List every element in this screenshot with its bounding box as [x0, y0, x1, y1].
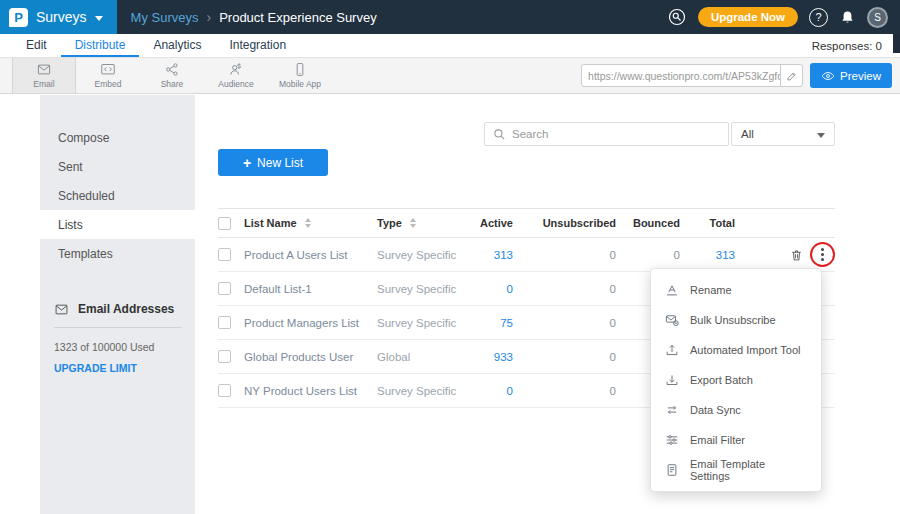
menu-item-email-filter[interactable]: Email Filter: [651, 425, 821, 455]
list-type-filter-dropdown[interactable]: All: [731, 122, 835, 146]
questionpro-logo: P: [9, 8, 28, 27]
tool-share[interactable]: Share: [140, 58, 204, 93]
plus-icon: +: [243, 155, 251, 171]
tab-integration[interactable]: Integration: [215, 34, 300, 57]
unsubscribed-count: 0: [515, 317, 618, 329]
sort-icon[interactable]: [410, 218, 416, 228]
notifications-bell-icon[interactable]: [839, 9, 856, 26]
envelope-icon: [54, 303, 69, 316]
header-total: Total: [682, 217, 737, 229]
active-count[interactable]: 0: [470, 283, 515, 295]
row-checkbox[interactable]: [218, 282, 231, 295]
row-more-options-icon[interactable]: [821, 248, 824, 261]
list-filter-row: All: [195, 122, 835, 146]
row-checkbox[interactable]: [218, 316, 231, 329]
rename-icon: [665, 283, 679, 297]
upgrade-limit-link[interactable]: UPGRADE LIMIT: [54, 362, 181, 374]
tool-share-label: Share: [161, 79, 184, 89]
topbar-actions: Upgrade Now ? S: [667, 7, 900, 28]
sidebar-item-lists[interactable]: Lists: [40, 210, 195, 239]
active-count[interactable]: 313: [470, 249, 515, 261]
sidebar-item-scheduled[interactable]: Scheduled: [40, 181, 195, 210]
eye-icon: [821, 69, 835, 83]
row-checkbox[interactable]: [218, 350, 231, 363]
header-list-name[interactable]: List Name: [244, 217, 377, 229]
list-search-input[interactable]: [512, 128, 720, 140]
menu-item-label: Rename: [690, 284, 732, 296]
new-list-button[interactable]: + New List: [218, 149, 328, 176]
page-title: Product Experience Survey: [219, 10, 377, 25]
avatar[interactable]: S: [867, 7, 888, 28]
tab-edit[interactable]: Edit: [12, 34, 61, 57]
active-count[interactable]: 0: [470, 385, 515, 397]
survey-url-field[interactable]: https://www.questionpro.com/t/AP53kZgfo: [581, 64, 803, 87]
row-checkbox[interactable]: [218, 248, 231, 261]
preview-button[interactable]: Preview: [810, 63, 892, 88]
menu-item-label: Automated Import Tool: [690, 344, 800, 356]
survey-url-value: https://www.questionpro.com/t/AP53kZgfo: [582, 65, 780, 86]
sidebar-item-compose[interactable]: Compose: [40, 123, 195, 152]
delete-list-icon[interactable]: [790, 248, 803, 262]
sort-icon[interactable]: [305, 218, 311, 228]
tool-embed-label: Embed: [95, 79, 122, 89]
active-count[interactable]: 75: [470, 317, 515, 329]
preview-button-label: Preview: [840, 70, 881, 82]
row-checkbox[interactable]: [218, 384, 231, 397]
table-row: Product A Users List Survey Specific 313…: [218, 238, 835, 272]
sidebar-item-sent[interactable]: Sent: [40, 152, 195, 181]
responses-count: Responses: 0: [812, 34, 900, 57]
tool-email[interactable]: Email: [12, 58, 76, 93]
tool-audience[interactable]: Audience: [204, 58, 268, 93]
list-type-cell: Survey Specific: [377, 283, 470, 295]
menu-item-label: Export Batch: [690, 374, 753, 386]
search-icon: [493, 128, 506, 141]
email-addresses-section: Email Addresses 1323 of 100000 Used UPGR…: [40, 302, 195, 374]
list-name-cell[interactable]: Default List-1: [244, 283, 377, 295]
list-name-cell[interactable]: Product A Users List: [244, 249, 377, 261]
email-usage-text: 1323 of 100000 Used: [54, 341, 181, 353]
menu-item-bulk-unsubscribe[interactable]: Bulk Unsubscribe: [651, 305, 821, 335]
list-name-cell[interactable]: Product Managers List: [244, 317, 377, 329]
surveys-menu[interactable]: P Surveys: [0, 0, 117, 34]
header-list-name-label: List Name: [244, 217, 297, 229]
sidebar-item-templates[interactable]: Templates: [40, 239, 195, 268]
survey-url-group: https://www.questionpro.com/t/AP53kZgfo …: [581, 58, 900, 93]
tab-analytics[interactable]: Analytics: [139, 34, 215, 57]
tool-mobile-app[interactable]: Mobile App: [268, 58, 332, 93]
chevron-down-icon: [817, 133, 825, 138]
menu-item-rename[interactable]: Rename: [651, 275, 821, 305]
menu-item-export-batch[interactable]: Export Batch: [651, 365, 821, 395]
main-area: Compose Sent Scheduled Lists Templates E…: [0, 95, 900, 514]
mobile-app-icon: [292, 62, 308, 77]
header-bounced: Bounced: [618, 217, 682, 229]
active-count[interactable]: 933: [470, 351, 515, 363]
breadcrumb-my-surveys[interactable]: My Surveys: [131, 10, 199, 25]
upgrade-now-button[interactable]: Upgrade Now: [698, 7, 798, 27]
email-filter-icon: [665, 433, 679, 447]
scrollbar-thumb[interactable]: [893, 34, 900, 53]
top-bar: P Surveys My Surveys › Product Experienc…: [0, 0, 900, 34]
list-search-box[interactable]: [484, 122, 729, 146]
email-template-settings-icon: [665, 463, 679, 477]
menu-item-data-sync[interactable]: Data Sync: [651, 395, 821, 425]
breadcrumb-separator: ›: [206, 9, 211, 25]
edit-url-icon[interactable]: [780, 65, 802, 86]
list-name-cell[interactable]: Global Products User: [244, 351, 377, 363]
header-type[interactable]: Type: [377, 217, 470, 229]
distribute-toolbar: Email Embed Share Audience Mobile App ht…: [0, 58, 900, 94]
survey-nav: Edit Distribute Analytics Integration Re…: [0, 34, 900, 58]
search-icon[interactable]: [667, 7, 687, 27]
select-all-checkbox[interactable]: [218, 217, 231, 230]
help-button[interactable]: ?: [809, 8, 828, 27]
list-type-cell: Survey Specific: [377, 249, 470, 261]
export-batch-icon: [665, 373, 679, 387]
menu-item-automated-import-tool[interactable]: Automated Import Tool: [651, 335, 821, 365]
surveys-menu-label: Surveys: [36, 9, 87, 25]
lists-panel: All + New List List Name Type Active Uns: [195, 95, 900, 514]
audience-icon: [228, 62, 244, 77]
list-name-cell[interactable]: NY Product Users List: [244, 385, 377, 397]
menu-item-email-template-settings[interactable]: Email Template Settings: [651, 455, 821, 485]
total-count[interactable]: 313: [682, 249, 737, 261]
tab-distribute[interactable]: Distribute: [61, 34, 140, 57]
tool-embed[interactable]: Embed: [76, 58, 140, 93]
